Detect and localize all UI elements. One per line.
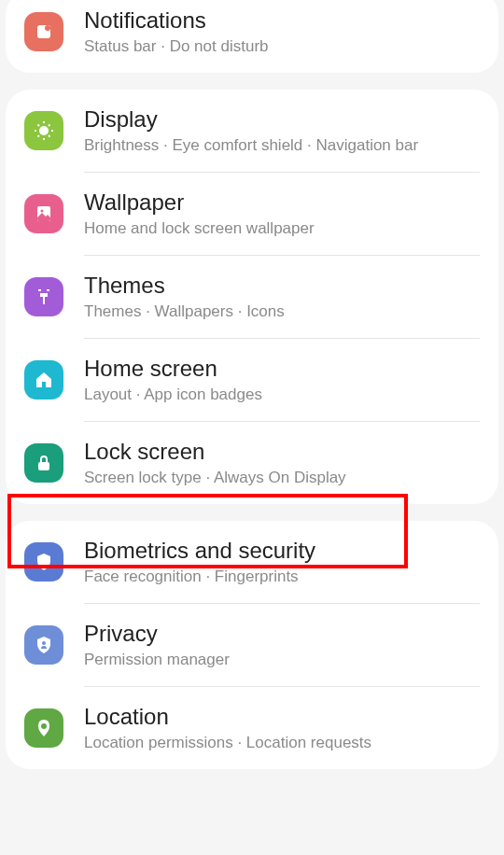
settings-item-subtitle: Brightness · Eye comfort shield · Naviga… — [84, 136, 480, 155]
lock-icon — [24, 443, 63, 483]
settings-item-subtitle: Layout · App icon badges — [84, 385, 480, 404]
svg-point-16 — [42, 641, 46, 645]
svg-point-12 — [41, 210, 44, 213]
settings-item-subtitle: Screen lock type · Always On Display — [84, 469, 480, 487]
svg-rect-14 — [47, 289, 49, 291]
settings-item-wallpaper[interactable]: WallpaperHome and lock screen wallpaper — [6, 173, 498, 255]
settings-item-title: Location — [84, 704, 480, 730]
location-icon — [24, 708, 63, 748]
svg-rect-15 — [38, 462, 49, 470]
settings-item-title: Display — [84, 106, 480, 133]
settings-group: DisplayBrightness · Eye comfort shield ·… — [6, 90, 498, 504]
themes-icon — [24, 277, 63, 316]
settings-item-title: Notifications — [84, 7, 480, 34]
settings-item-title: Biometrics and security — [84, 538, 480, 564]
settings-item-title: Privacy — [84, 621, 480, 647]
settings-item-subtitle: Face recognition · Fingerprints — [84, 568, 480, 586]
notification-icon — [24, 12, 63, 51]
settings-item-themes[interactable]: ThemesThemes · Wallpapers · Icons — [6, 256, 498, 338]
privacy-icon — [24, 625, 63, 665]
settings-item-title: Lock screen — [84, 439, 480, 465]
svg-line-8 — [49, 135, 50, 137]
svg-point-1 — [45, 25, 50, 31]
settings-item-subtitle: Home and lock screen wallpaper — [84, 219, 480, 238]
settings-item-title: Home screen — [84, 356, 480, 382]
settings-item-biometrics[interactable]: Biometrics and securityFace recognition … — [6, 521, 498, 603]
settings-group: NotificationsStatus bar · Do not disturb — [6, 0, 498, 73]
settings-group: Biometrics and securityFace recognition … — [6, 521, 498, 769]
settings-item-display[interactable]: DisplayBrightness · Eye comfort shield ·… — [6, 90, 498, 172]
settings-item-home-screen[interactable]: Home screenLayout · App icon badges — [6, 339, 498, 421]
settings-item-subtitle: Status bar · Do not disturb — [84, 37, 480, 56]
svg-line-9 — [38, 135, 40, 137]
settings-item-subtitle: Permission manager — [84, 651, 480, 669]
settings-item-subtitle: Location permissions · Location requests — [84, 734, 480, 752]
shield-icon — [24, 542, 63, 582]
wallpaper-icon — [24, 194, 63, 233]
svg-point-2 — [39, 126, 49, 135]
svg-point-17 — [41, 723, 47, 729]
settings-item-notifications[interactable]: NotificationsStatus bar · Do not disturb — [6, 0, 498, 73]
settings-item-privacy[interactable]: PrivacyPermission manager — [6, 604, 498, 686]
svg-rect-13 — [38, 289, 41, 291]
settings-item-subtitle: Themes · Wallpapers · Icons — [84, 302, 480, 321]
settings-item-location[interactable]: LocationLocation permissions · Location … — [6, 687, 498, 769]
brightness-icon — [24, 111, 63, 150]
settings-item-title: Wallpaper — [84, 189, 480, 216]
home-icon — [24, 360, 63, 399]
settings-item-title: Themes — [84, 273, 480, 299]
svg-line-7 — [38, 125, 40, 127]
settings-item-lock-screen[interactable]: Lock screenScreen lock type · Always On … — [6, 422, 498, 504]
svg-line-10 — [49, 125, 50, 127]
